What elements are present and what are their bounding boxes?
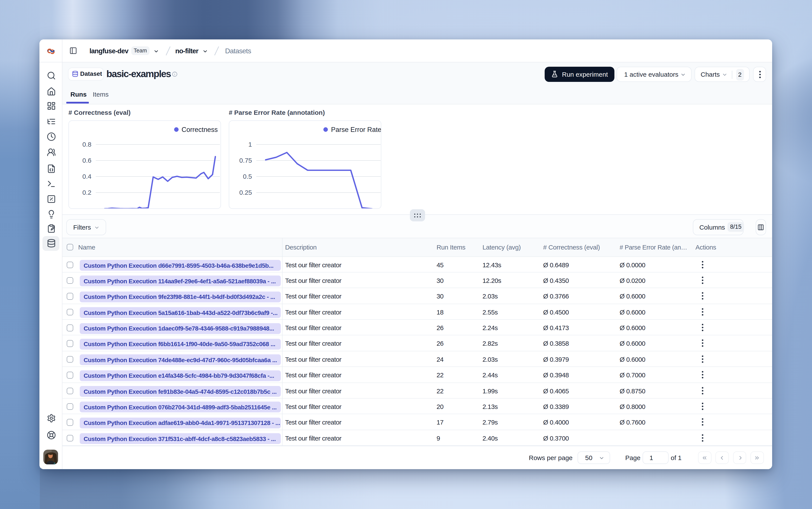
svg-text:0.6: 0.6: [82, 157, 92, 164]
svg-text:0.2: 0.2: [82, 189, 92, 196]
svg-text:0.5: 0.5: [243, 173, 252, 180]
svg-text:1: 1: [248, 141, 252, 148]
svg-text:0.75: 0.75: [239, 157, 252, 164]
svg-text:0.4: 0.4: [82, 173, 92, 180]
svg-text:Correctness: Correctness: [181, 126, 218, 133]
svg-text:0.8: 0.8: [82, 141, 92, 148]
svg-text:Parse Error Rate: Parse Error Rate: [331, 126, 381, 133]
svg-text:0.25: 0.25: [239, 189, 252, 196]
